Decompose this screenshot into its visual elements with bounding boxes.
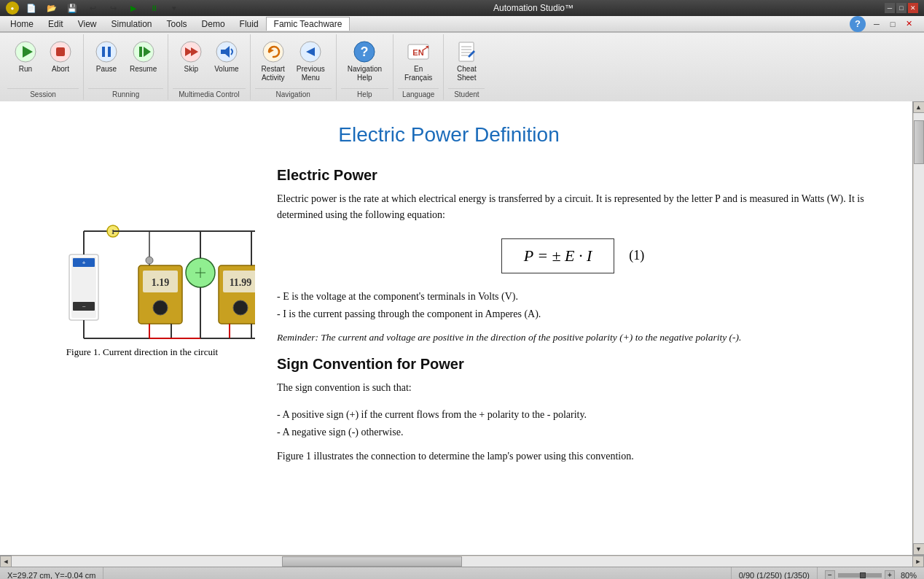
scroll-up-arrow[interactable]: ▲ [913,101,925,113]
abort-button[interactable]: Abort [44,37,77,77]
resume-icon [132,40,155,63]
right-text-area: Electric Power Electric power is the rat… [277,167,869,475]
h-scroll-track[interactable] [12,556,912,567]
app-logo: ● [6,1,19,15]
zoom-control: − + 80% [825,570,917,580]
menu-home[interactable]: Home [3,18,41,31]
skip-label: Skip [184,65,198,74]
cheat-sheet-button[interactable]: Cheat Sheet [450,37,483,85]
vertical-scrollbar[interactable]: ▲ ▼ [912,101,924,555]
multimedia-group-label: Multimedia Control [173,88,245,100]
scroll-left-arrow[interactable]: ◄ [0,556,12,567]
menu-famic[interactable]: Famic Teachware [266,17,351,31]
circuit-diagram: + − 1 [29,167,255,342]
h-scroll-thumb[interactable] [282,556,462,567]
title-bar: ● 📄 📂 💾 ↩ ↪ ▶ ⏸ ▾ Automation Studio™ ─ □… [0,0,924,16]
restart-button[interactable]: Restart Activity [257,37,290,85]
abort-label: Abort [52,65,69,74]
running-buttons: Pause Resume [88,34,163,87]
minimize-btn[interactable]: ─ [885,3,895,13]
electric-power-heading: Electric Power [277,167,869,184]
ribbon-expand-btn[interactable]: □ [885,16,901,32]
en-francais-label: En Français [404,65,432,82]
qa-run-btn[interactable]: ▶ [125,0,141,16]
en-francais-button[interactable]: EN En Français [399,37,437,85]
qa-new-btn[interactable]: 📄 [23,0,39,16]
close-btn[interactable]: ✕ [908,3,918,13]
ribbon-group-help: ? Navigation Help Help [337,34,394,100]
svg-rect-24 [459,42,474,61]
navigation-help-icon: ? [353,40,376,63]
window-controls: ─ □ ✕ [885,3,918,13]
zoom-in-btn[interactable]: + [885,570,895,580]
coordinates-text: X=29.27 cm, Y=-0.04 cm [7,571,95,580]
ribbon-close-btn[interactable]: ✕ [901,16,917,32]
bullet-i: - I is the current passing through the c… [277,306,869,323]
empty-segment [103,567,731,579]
svg-point-67 [146,257,153,264]
sign-convention-heading: Sign Convention for Power [277,356,869,373]
qa-redo-btn[interactable]: ↪ [105,0,121,16]
ribbon-minimize-btn[interactable]: ─ [869,16,885,32]
qa-open-btn[interactable]: 📂 [44,0,60,16]
help-group-label: Help [341,88,388,100]
reminder-note: Reminder: The current and voltage are po… [277,330,869,346]
svg-text:1.19: 1.19 [152,277,170,288]
prev-menu-button[interactable]: Previous Menu [291,37,330,85]
menu-edit[interactable]: Edit [41,18,71,31]
run-button[interactable]: Run [9,37,42,77]
maximize-btn[interactable]: □ [896,3,907,13]
session-group-label: Session [7,88,79,100]
cheat-sheet-icon [455,40,478,63]
scroll-thumb[interactable] [914,120,924,164]
scroll-down-arrow[interactable]: ▼ [913,543,925,555]
menu-fluid[interactable]: Fluid [232,18,266,31]
qa-pause-btn[interactable]: ⏸ [146,0,162,16]
zoom-slider[interactable] [838,573,882,578]
svg-point-15 [263,42,283,62]
prev-menu-icon [299,40,322,63]
svg-text:?: ? [361,44,369,59]
resume-button[interactable]: Resume [125,37,162,77]
pause-button[interactable]: Pause [90,37,123,77]
zoom-out-btn[interactable]: − [825,570,835,580]
restart-icon [262,40,285,63]
coordinates-segment: X=29.27 cm, Y=-0.04 cm [0,567,103,579]
scroll-track[interactable] [914,113,924,543]
help-buttons: ? Navigation Help [341,34,388,87]
content-page: Electric Power Definition + − [0,101,912,555]
help-button[interactable]: ? [850,16,866,32]
abort-icon [49,40,72,63]
qa-undo-btn[interactable]: ↩ [85,0,101,16]
ribbon-group-navigation: Restart Activity Previous Menu Navigatio… [251,34,337,100]
sign-bullet-neg: - A negative sign (-) otherwise. [277,424,869,441]
pause-icon [95,40,118,63]
navigation-help-button[interactable]: ? Navigation Help [342,37,387,85]
run-icon [14,40,37,63]
zoom-thumb[interactable] [860,572,866,578]
student-buttons: Cheat Sheet [448,34,485,87]
ribbon-group-multimedia: Skip Volume Multimedia Control [168,34,250,100]
svg-rect-3 [56,47,65,56]
menu-demo[interactable]: Demo [195,18,232,31]
cheat-sheet-label: Cheat Sheet [457,65,477,82]
horizontal-scrollbar[interactable]: ◄ ► [0,555,924,567]
qa-save-btn[interactable]: 💾 [64,0,80,16]
svg-text:11.99: 11.99 [230,277,252,288]
session-buttons: Run Abort [7,34,79,87]
status-bar: X=29.27 cm, Y=-0.04 cm 0/90 (1/250) (1/3… [0,567,924,579]
scroll-right-arrow[interactable]: ► [912,556,924,567]
qa-dropdown-btn[interactable]: ▾ [166,0,182,16]
zoom-segment: − + 80% [818,567,924,579]
electric-power-body: Electric power is the rate at which elec… [277,191,869,224]
svg-point-4 [96,42,117,62]
volume-button[interactable]: Volume [209,37,243,77]
sign-bullet-pos: - A positive sign (+) if the current flo… [277,406,869,424]
bullet-e: - E is the voltage at the component's te… [277,288,869,306]
menu-tools[interactable]: Tools [160,18,195,31]
pages-segment: 0/90 (1/250) (1/350) [732,567,818,579]
menu-simulation[interactable]: Simulation [104,18,160,31]
menu-view[interactable]: View [71,18,104,31]
zoom-percent: 80% [901,571,917,580]
skip-button[interactable]: Skip [174,37,208,77]
